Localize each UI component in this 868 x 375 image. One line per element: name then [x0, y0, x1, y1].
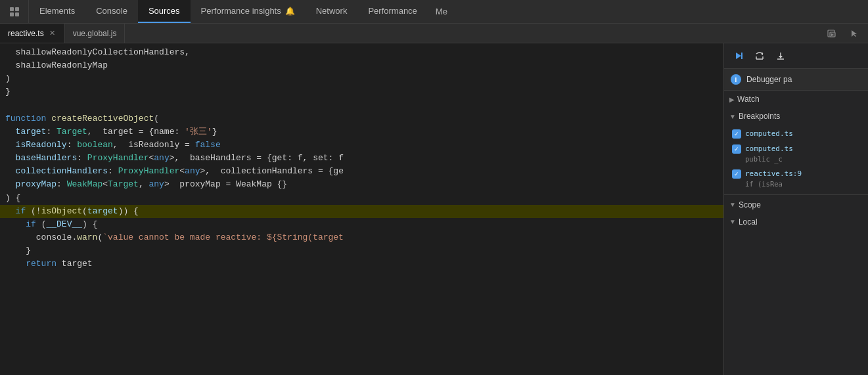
file-tabs-bar: reactive.ts ✕ vue.global.js	[0, 24, 868, 43]
code-line-1: shallowReadonlyCollectionHandlers,	[0, 46, 723, 59]
bp3-code: if (isRea	[745, 179, 802, 189]
scope-label: Scope	[739, 200, 761, 210]
file-tabs-right	[823, 24, 868, 43]
breakpoint-item-2[interactable]: ✓ computed.ts public _c	[724, 141, 868, 166]
tab-network[interactable]: Network	[306, 0, 358, 23]
code-editor[interactable]: shallowReadonlyCollectionHandlers, shall…	[0, 43, 723, 375]
tab-elements[interactable]: Elements	[29, 0, 85, 23]
file-tab-reactive-ts[interactable]: reactive.ts ✕	[0, 24, 65, 43]
tab-sources[interactable]: Sources	[138, 0, 191, 23]
main-area: shallowReadonlyCollectionHandlers, shall…	[0, 43, 868, 375]
file-tab-label-reactive: reactive.ts	[8, 29, 44, 38]
top-tab-bar: Elements Console Sources Performance ins…	[0, 0, 868, 24]
code-line-2: shallowReadonlyMap	[0, 59, 723, 72]
breakpoints-content: ✓ computed.ts ✓ computed.ts public _c ✓ …	[724, 125, 868, 193]
code-line-17: return target	[0, 257, 723, 271]
resume-button[interactable]	[729, 47, 748, 64]
cursor-icon	[844, 24, 863, 43]
local-arrow: ▼	[729, 218, 736, 225]
debugger-paused-label: Debugger pa	[746, 75, 792, 84]
breakpoint-checkbox-3[interactable]: ✓	[732, 169, 741, 179]
code-line-4: }	[0, 85, 723, 99]
info-icon: i	[731, 74, 741, 85]
breakpoint-item-3[interactable]: ✓ reactive.ts:9 if (isRea	[724, 166, 868, 191]
bp2-filename: computed.ts	[745, 144, 793, 153]
download-button[interactable]	[771, 47, 790, 64]
breakpoints-label: Breakpoints	[739, 112, 780, 121]
code-line-14: if (__DEV__) {	[0, 218, 723, 231]
breakpoint-checkbox-2[interactable]: ✓	[732, 144, 741, 154]
code-line-7: target: Target, target = {name: '张三'}	[0, 125, 723, 139]
code-line-6: function createReactiveObject(	[0, 112, 723, 125]
tab-console[interactable]: Console	[85, 0, 138, 23]
breakpoint-checkbox-1[interactable]: ✓	[732, 129, 741, 139]
code-line-9: baseHandlers: ProxyHandler<any>, baseHan…	[0, 152, 723, 165]
devtools-icon	[0, 0, 29, 23]
watch-arrow: ▶	[729, 96, 735, 103]
scope-section-header[interactable]: ▼ Scope	[724, 196, 868, 213]
watch-label: Watch	[737, 95, 760, 104]
svg-marker-7	[736, 53, 741, 59]
code-line-13: if (!isObject(target)) {	[0, 205, 723, 218]
bp3-filename: reactive.ts:9	[745, 169, 802, 178]
bell-icon: 🔔	[285, 7, 295, 16]
svg-rect-8	[741, 53, 742, 59]
tab-performance-insights[interactable]: Performance insights 🔔	[191, 0, 306, 23]
bp1-filename: computed.ts	[745, 129, 793, 138]
code-line-10: collectionHandlers: ProxyHandler<any>, c…	[0, 165, 723, 178]
watch-section-header[interactable]: ▶ Watch	[724, 91, 868, 108]
code-line-12: ) {	[0, 192, 723, 205]
local-label: Local	[739, 217, 758, 227]
svg-marker-10	[779, 56, 783, 58]
tab-more[interactable]: Me	[428, 0, 455, 23]
svg-rect-2	[10, 12, 14, 16]
code-line-15: console.warn(`value cannot be made react…	[0, 231, 723, 244]
breakpoints-arrow: ▼	[729, 113, 736, 120]
debugger-paused-banner: i Debugger pa	[724, 69, 868, 91]
right-panel: i Debugger pa ▶ Watch ▼ Breakpoints ✓ co…	[723, 43, 868, 375]
local-section-header[interactable]: ▼ Local	[724, 213, 868, 231]
file-tab-label-vue: vue.global.js	[73, 29, 117, 38]
code-line-11: proxyMap: WeakMap<Target, any> proxyMap …	[0, 178, 723, 191]
code-line-3: )	[0, 72, 723, 85]
code-line-16: }	[0, 244, 723, 257]
svg-rect-1	[15, 7, 19, 11]
breakpoint-item-1[interactable]: ✓ computed.ts	[724, 126, 868, 141]
code-line-5	[0, 99, 723, 112]
tab-performance[interactable]: Performance	[357, 0, 427, 23]
close-tab-reactive[interactable]: ✕	[48, 28, 57, 38]
run-icon[interactable]	[823, 24, 842, 43]
breakpoints-section-header[interactable]: ▼ Breakpoints	[724, 108, 868, 125]
divider-1	[724, 194, 868, 195]
svg-rect-3	[15, 12, 19, 16]
code-lines: shallowReadonlyCollectionHandlers, shall…	[0, 43, 723, 273]
bp2-code: public _c	[745, 154, 793, 164]
code-line-8: isReadonly: boolean, isReadonly = false	[0, 139, 723, 152]
debug-toolbar	[724, 43, 868, 69]
scope-arrow: ▼	[729, 201, 736, 208]
step-over-button[interactable]	[750, 47, 769, 64]
file-tab-vue-global[interactable]: vue.global.js	[65, 24, 126, 43]
svg-rect-0	[10, 7, 14, 11]
